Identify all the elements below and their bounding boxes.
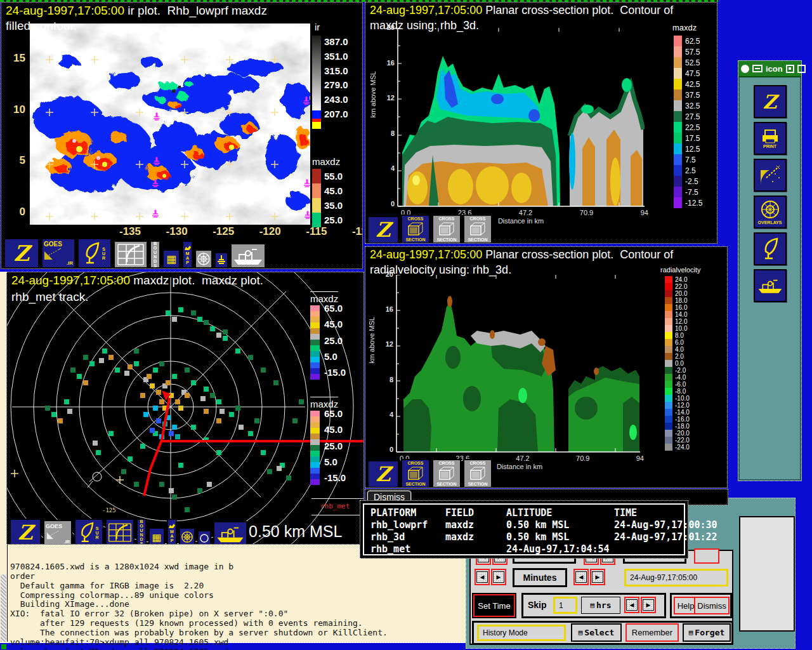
skip-forward-button[interactable]: ▶	[641, 597, 656, 613]
colorbar-cell	[665, 388, 672, 395]
colorbar-cell	[310, 357, 320, 362]
colorbar-cell	[310, 456, 320, 462]
table-row: rhb_lowprf maxdz 0.50 km MSL 24-Aug-97,1…	[370, 519, 678, 531]
select-menu-button[interactable]: ▤Select	[571, 623, 622, 642]
cross-section-icon-active[interactable]: CROSS SECTION	[401, 459, 430, 488]
ship-icon[interactable]	[230, 243, 266, 269]
window-zoom-icon[interactable]	[797, 65, 806, 73]
zebra-icon[interactable]: Z	[4, 238, 39, 269]
colorbar-label: 55.0	[324, 171, 343, 182]
cross-section-icon[interactable]: CROSS SECTION	[432, 215, 461, 244]
terminal-line: Building XImage...done	[10, 600, 466, 609]
xs-radial-plot[interactable]	[396, 275, 640, 453]
overlay-ring-icon[interactable]	[179, 527, 195, 545]
radar-title: 24-aug-1997,17:05:00 maxdz plot. maxdz p…	[11, 274, 263, 288]
map-icon[interactable]: MAP	[167, 519, 177, 545]
goes-ir-icon[interactable]: GOES .IR	[43, 520, 72, 545]
overlay-ring-icon[interactable]	[195, 249, 213, 269]
terminal-output[interactable]: 970824.1605.xwd is a 812x650 xwd image…	[10, 543, 466, 650]
ir-satellite-image[interactable]	[30, 23, 310, 225]
colorbar-cell	[665, 416, 672, 423]
colorbar-label: 12.0	[675, 318, 687, 325]
radar-colorbar-title: maxdz	[310, 291, 338, 304]
zebra-icon[interactable]: Z	[10, 519, 41, 545]
platform-table-window: PLATFORM FIELD ALTITUDE TIME rhb_lowprf …	[360, 500, 688, 559]
print-icon[interactable]: PRINT	[754, 122, 787, 155]
surveillance-radar-icon[interactable]: SUR	[74, 519, 103, 545]
map-icon[interactable]: MAP	[182, 241, 193, 269]
minutes-back-button[interactable]: ◀	[475, 569, 490, 585]
time-input-field[interactable]: 24-Aug-97,17:05:00	[624, 569, 728, 587]
terminal-line: Default gamma for IRGB image is 2.20	[10, 581, 466, 591]
units-menu-button[interactable]: ▤hrs	[581, 597, 620, 614]
ship-icon[interactable]	[754, 269, 787, 302]
cross-section-icon-active[interactable]: CROSS SECTION	[401, 215, 430, 244]
xs-maxdz-plot[interactable]	[397, 28, 645, 207]
colorbar-cell	[665, 311, 672, 318]
xs-radial-title-line2: radialvelocity using: rhb_3d.	[370, 263, 511, 277]
desktop: 970824.1605.xwd is a 812x650 xwd image…	[0, 0, 812, 650]
bounds-icon[interactable]: BOUNDS	[136, 519, 147, 545]
skip-back-button[interactable]: ◀	[624, 597, 639, 613]
desktop-green-pixel	[1, 644, 6, 649]
terminal-scrollbar-thumb[interactable]	[1, 574, 6, 642]
x-tick: 47.2	[519, 209, 532, 216]
minutes-forward-button[interactable]: ▶	[491, 569, 506, 585]
clipped-button[interactable]	[694, 548, 719, 564]
zebra-icon[interactable]: Z	[367, 460, 399, 488]
colorbar-label: 57.5	[685, 48, 700, 56]
colorbar-cell	[665, 276, 672, 283]
step-forward-button[interactable]: ▶	[590, 569, 605, 585]
xs-maxdz-colorbar-title: maxdz	[672, 23, 697, 32]
colorbar-cell	[665, 346, 672, 353]
forget-menu-button[interactable]: ▤Forget	[683, 623, 731, 642]
cross-section-icon[interactable]: CROSS SECTION	[463, 459, 492, 488]
cross-section-icon[interactable]: CROSS SECTION	[432, 459, 461, 488]
grid-radar-icon[interactable]	[105, 519, 134, 545]
colorbar-cell	[310, 317, 320, 322]
zebra-icon[interactable]: Z	[754, 85, 787, 118]
colorbar-label: -20.0	[675, 430, 690, 437]
colorbar-label: 6.0	[675, 339, 684, 346]
ship-icon[interactable]	[213, 521, 247, 545]
colorbar-cell	[665, 381, 672, 388]
window-iconify-icon[interactable]	[786, 65, 794, 73]
y-tick: 8	[390, 376, 393, 383]
small-grid-icon[interactable]: ▦	[162, 249, 180, 269]
goes-ir-icon[interactable]: GOES .IR	[41, 238, 75, 269]
y-tick: 4	[390, 411, 393, 418]
buoy-icon[interactable]	[214, 252, 228, 269]
icon-panel-titlebar[interactable]: icon	[738, 61, 801, 77]
history-mode-field[interactable]: History Mode	[477, 625, 566, 641]
grid-radar-icon[interactable]	[114, 241, 148, 269]
cross-section-icon[interactable]: CROSS SECTION	[463, 215, 492, 244]
cell-platform: rhb_3d	[370, 531, 445, 543]
minutes-button[interactable]: Minutes	[513, 568, 567, 587]
radar-dish-icon[interactable]	[754, 232, 787, 265]
colorbar-label: -15.0	[324, 472, 346, 483]
circle-icon[interactable]	[197, 530, 211, 545]
ir-title-line2: filled contour.	[6, 19, 77, 33]
overlays-icon[interactable]: OVERLAYS	[754, 196, 787, 229]
set-time-button[interactable]: Set Time	[473, 594, 515, 617]
dialog-dismiss-button[interactable]: Dismiss	[694, 597, 730, 614]
surveillance-radar-icon[interactable]: SUR	[77, 238, 112, 269]
cross-section-radialvelocity-window: 24-aug-1997,17:05:00 Planar cross-sectio…	[365, 246, 728, 488]
colorbar-cell	[310, 374, 320, 380]
colorbar-cell	[665, 297, 672, 304]
window-radio-icon[interactable]	[741, 65, 749, 73]
zebra-icon[interactable]: Z	[367, 216, 399, 244]
satellite-icon[interactable]	[754, 159, 787, 192]
legend-divider	[311, 498, 363, 499]
step-back-button[interactable]: ◀	[573, 569, 589, 585]
icon-panel-window: icon Z PRINT OVERLAYS	[738, 60, 802, 481]
window-menu-icon[interactable]	[752, 65, 763, 72]
remember-button[interactable]: Remember	[625, 623, 679, 642]
small-grid-icon[interactable]: ▦	[148, 527, 165, 545]
skip-input-field[interactable]: 1	[553, 597, 577, 614]
colorbar-cell	[310, 428, 320, 434]
colorbar-label: 65.0	[324, 408, 346, 419]
bounds-icon[interactable]: BOUNDS	[150, 241, 160, 269]
colorbar-cell	[674, 79, 682, 90]
colorbar-label: 45.0	[324, 424, 346, 435]
